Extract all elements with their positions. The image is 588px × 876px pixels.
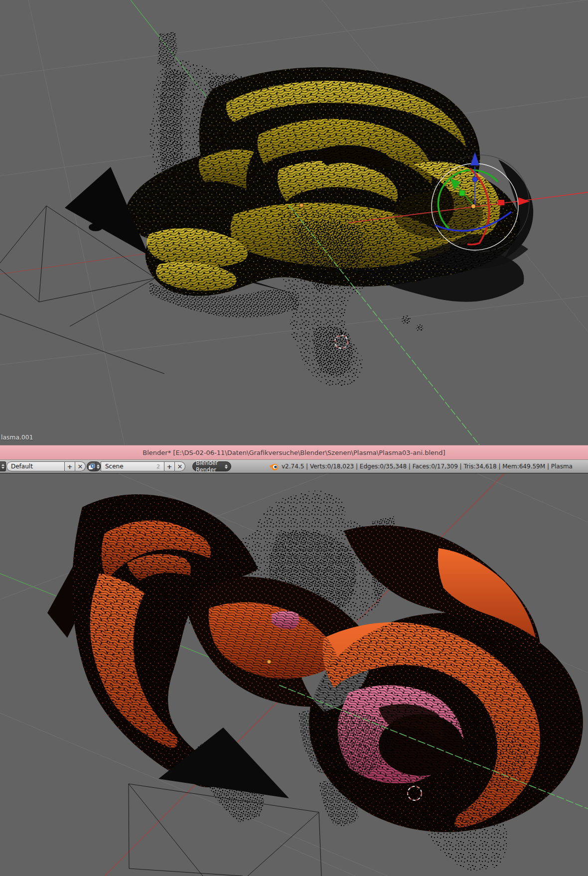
delete-layout-button[interactable]: ✕	[75, 461, 86, 471]
add-layout-button[interactable]: +	[65, 461, 75, 471]
gizmo-z-handle-dot[interactable]	[472, 177, 478, 182]
gizmo-scale-x-cube[interactable]	[498, 200, 504, 205]
add-scene-button[interactable]: +	[164, 461, 175, 471]
info-header-bar: Default + ✕ Scene 2 + ✕ Blender Render	[0, 459, 588, 474]
gizmo-scale-y-cube[interactable]	[459, 190, 465, 196]
viewport-3d-bottom[interactable]	[0, 473, 588, 876]
chevron-down-icon	[97, 467, 100, 469]
object-origin-dot[interactable]	[471, 204, 476, 209]
chevron-down-icon	[1, 467, 4, 469]
screen-layout-value: Default	[11, 463, 33, 470]
close-icon: ✕	[78, 463, 83, 470]
scene-icon	[88, 463, 95, 470]
render-engine-select[interactable]: Blender Render	[192, 461, 231, 471]
object-origin-dot[interactable]	[267, 660, 271, 664]
blender-logo-icon	[269, 462, 279, 471]
plus-icon: +	[67, 463, 73, 470]
active-object-label: lasma.001	[1, 434, 33, 441]
window-titlebar[interactable]: Blender* [E:\DS-02-06-11\Daten\Grafikver…	[0, 445, 588, 460]
window-title: Blender* [E:\DS-02-06-11\Daten\Grafikver…	[143, 449, 445, 456]
editor-type-selector[interactable]	[0, 461, 6, 471]
updown-arrows-icon	[225, 464, 228, 469]
viewport-top-scene[interactable]	[0, 0, 588, 445]
scene-statistics: v2.74.5 | Verts:0/18,023 | Edges:0/35,34…	[282, 460, 573, 473]
render-engine-value: Blender Render	[196, 459, 225, 473]
screen-layout-field[interactable]: Default	[6, 461, 65, 471]
scene-name-field[interactable]: Scene 2	[101, 461, 164, 471]
scene-name-value: Scene	[105, 463, 124, 470]
viewport-3d-top[interactable]: lasma.001	[0, 0, 588, 445]
chevron-up-icon	[1, 464, 4, 466]
scene-browse-button[interactable]	[87, 461, 96, 471]
delete-scene-button[interactable]: ✕	[175, 461, 185, 471]
scene-user-count: 2	[156, 463, 160, 470]
secondary-origin-dot[interactable]	[299, 203, 303, 207]
plus-icon: +	[167, 463, 172, 470]
close-icon: ✕	[177, 463, 183, 470]
viewport-bottom-scene[interactable]	[0, 473, 588, 876]
scene-selector-arrows[interactable]	[96, 461, 101, 471]
chevron-up-icon	[97, 464, 100, 466]
